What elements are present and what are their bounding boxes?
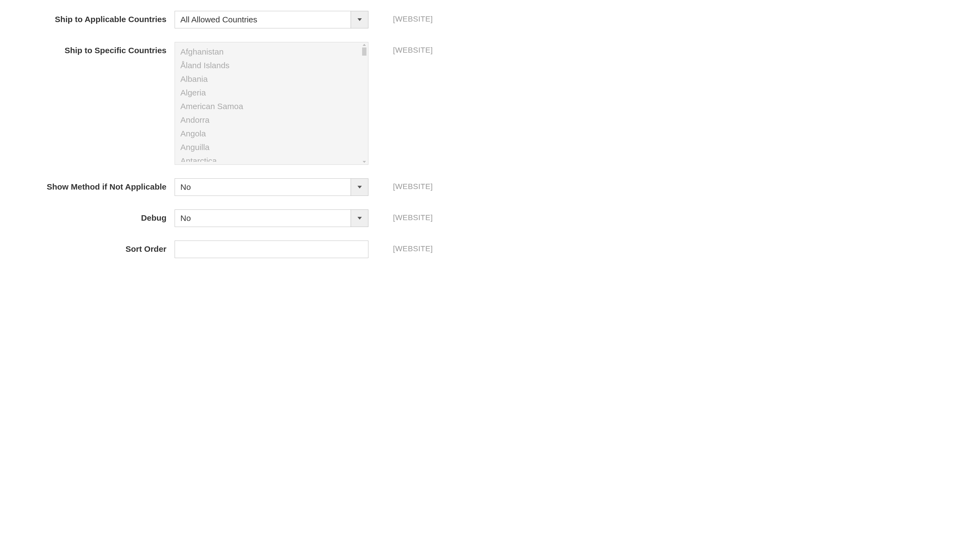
debug-label: Debug — [141, 213, 167, 222]
sort-order-scope: [WEBSITE] — [393, 244, 433, 253]
scroll-up-icon — [363, 44, 366, 46]
ship-applicable-value: All Allowed Countries — [175, 15, 350, 24]
label-col: Ship to Applicable Countries — [17, 11, 175, 24]
show-method-select[interactable]: No — [175, 178, 369, 196]
ship-specific-label: Ship to Specific Countries — [65, 46, 167, 55]
input-col — [175, 241, 369, 258]
country-option[interactable]: Åland Islands — [175, 58, 368, 72]
debug-scope: [WEBSITE] — [393, 213, 433, 222]
field-row-show-method: Show Method if Not Applicable No [WEBSIT… — [17, 178, 961, 196]
show-method-label: Show Method if Not Applicable — [47, 182, 167, 191]
field-row-debug: Debug No [WEBSITE] — [17, 210, 961, 227]
field-row-ship-applicable: Ship to Applicable Countries All Allowed… — [17, 11, 961, 28]
country-list: Afghanistan Åland Islands Albania Algeri… — [175, 45, 368, 162]
label-col: Sort Order — [17, 241, 175, 254]
scope-col: [WEBSITE] — [369, 11, 433, 23]
dropdown-arrow-icon — [350, 210, 368, 227]
scroll-down-icon — [363, 161, 366, 163]
debug-select[interactable]: No — [175, 210, 369, 227]
country-option[interactable]: Afghanistan — [175, 45, 368, 58]
ship-specific-multiselect[interactable]: Afghanistan Åland Islands Albania Algeri… — [175, 42, 369, 165]
scope-col: [WEBSITE] — [369, 178, 433, 191]
label-col: Debug — [17, 210, 175, 223]
debug-value: No — [175, 213, 350, 223]
input-col: No — [175, 178, 369, 196]
ship-applicable-label: Ship to Applicable Countries — [55, 15, 167, 24]
scope-col: [WEBSITE] — [369, 42, 433, 55]
country-option[interactable]: American Samoa — [175, 100, 368, 113]
scope-col: [WEBSITE] — [369, 241, 433, 253]
scroll-thumb[interactable] — [362, 47, 367, 56]
input-col: Afghanistan Åland Islands Albania Algeri… — [175, 42, 369, 165]
country-option[interactable]: Anguilla — [175, 140, 368, 154]
ship-applicable-select[interactable]: All Allowed Countries — [175, 11, 369, 28]
input-col: No — [175, 210, 369, 227]
country-option[interactable]: Antarctica — [175, 154, 368, 162]
sort-order-input[interactable] — [175, 241, 369, 258]
label-col: Ship to Specific Countries — [17, 42, 175, 55]
show-method-value: No — [175, 182, 350, 192]
svg-marker-0 — [357, 18, 362, 21]
scrollbar[interactable] — [362, 44, 367, 163]
dropdown-arrow-icon — [350, 11, 368, 28]
dropdown-arrow-icon — [350, 179, 368, 196]
ship-applicable-scope: [WEBSITE] — [393, 15, 433, 23]
scope-col: [WEBSITE] — [369, 210, 433, 222]
ship-specific-scope: [WEBSITE] — [393, 46, 433, 54]
field-row-sort-order: Sort Order [WEBSITE] — [17, 241, 961, 258]
field-row-ship-specific: Ship to Specific Countries Afghanistan Å… — [17, 42, 961, 165]
svg-marker-1 — [357, 186, 362, 188]
country-option[interactable]: Andorra — [175, 113, 368, 127]
svg-marker-2 — [357, 217, 362, 220]
country-option[interactable]: Angola — [175, 127, 368, 140]
label-col: Show Method if Not Applicable — [17, 178, 175, 192]
sort-order-label: Sort Order — [125, 244, 167, 253]
show-method-scope: [WEBSITE] — [393, 182, 433, 191]
country-option[interactable]: Algeria — [175, 86, 368, 100]
country-option[interactable]: Albania — [175, 72, 368, 86]
input-col: All Allowed Countries — [175, 11, 369, 28]
